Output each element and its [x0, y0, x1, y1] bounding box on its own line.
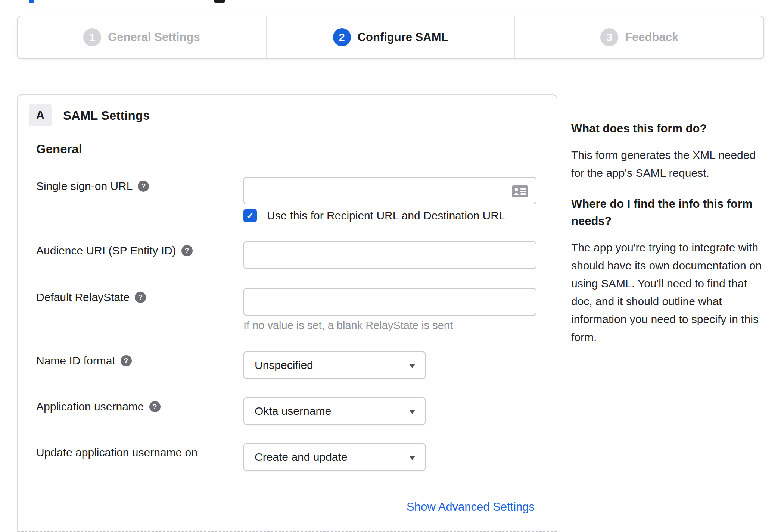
sidebar-paragraph-what: This form generates the XML needed for t…	[571, 146, 768, 182]
label-text: Single sign-on URL	[36, 180, 133, 193]
label-text: Update application username on	[36, 446, 197, 459]
help-icon[interactable]: ?	[149, 401, 161, 412]
relay-state-input[interactable]	[243, 288, 536, 316]
update-username-select[interactable]: Create and update	[243, 443, 426, 471]
relay-state-label: Default RelayState ?	[36, 291, 146, 304]
contact-card-icon	[512, 185, 528, 197]
audience-uri-label: Audience URI (SP Entity ID) ?	[36, 244, 193, 257]
recipient-url-checkbox[interactable]: ✓	[243, 209, 257, 222]
step-number-badge: 1	[83, 28, 101, 46]
recipient-url-checkbox-label: Use this for Recipient URL and Destinati…	[267, 209, 505, 222]
label-text: Application username	[36, 400, 144, 413]
step-feedback[interactable]: 3 Feedback	[514, 16, 763, 58]
step-label: General Settings	[108, 31, 200, 44]
chevron-down-icon	[409, 410, 415, 414]
help-icon[interactable]: ?	[181, 245, 193, 256]
label-text: Default RelayState	[36, 291, 130, 304]
step-number-badge: 3	[600, 28, 618, 46]
update-username-label: Update application username on	[36, 446, 197, 459]
label-text: Name ID format	[36, 354, 115, 367]
audience-uri-input[interactable]	[243, 241, 536, 269]
wizard-stepper: 1 General Settings 2 Configure SAML 3 Fe…	[17, 16, 764, 59]
help-icon[interactable]: ?	[121, 355, 132, 366]
step-number-badge: 2	[333, 28, 351, 46]
selected-value: Create and update	[255, 451, 348, 463]
application-username-select[interactable]: Okta username	[243, 397, 426, 425]
sidebar-paragraph-where: The app you're trying to integrate with …	[571, 239, 768, 346]
help-sidebar: What does this form do? This form genera…	[571, 120, 768, 346]
sso-url-label: Single sign-on URL ?	[36, 180, 149, 193]
group-title-general: General	[36, 142, 82, 156]
chevron-down-icon	[409, 456, 415, 460]
sso-url-input[interactable]	[243, 177, 536, 204]
selected-value: Unspecified	[255, 359, 313, 372]
selected-value: Okta username	[255, 405, 331, 417]
application-username-label: Application username ?	[36, 400, 161, 413]
chevron-down-icon	[409, 364, 415, 368]
saml-settings-panel: A SAML Settings General Single sign-on U…	[17, 94, 557, 532]
section-a-badge: A	[29, 104, 52, 126]
help-icon[interactable]: ?	[135, 292, 146, 303]
sidebar-heading-what: What does this form do?	[571, 120, 768, 137]
name-id-format-label: Name ID format ?	[36, 354, 132, 367]
step-configure-saml[interactable]: 2 Configure SAML	[266, 16, 515, 58]
show-advanced-settings-link[interactable]: Show Advanced Settings	[407, 500, 535, 514]
step-label: Feedback	[625, 31, 678, 44]
name-id-format-select[interactable]: Unspecified	[243, 351, 426, 379]
sidebar-heading-where: Where do I find the info this form needs…	[571, 195, 768, 230]
relay-state-hint: If no value is set, a blank RelayState i…	[243, 319, 453, 332]
help-icon[interactable]: ?	[138, 181, 149, 192]
cropped-icon-fragment	[214, 0, 225, 3]
label-text: Audience URI (SP Entity ID)	[36, 244, 176, 257]
step-general-settings[interactable]: 1 General Settings	[18, 16, 266, 58]
step-label: Configure SAML	[358, 31, 448, 44]
section-title: SAML Settings	[63, 109, 150, 123]
cropped-logo-fragment	[29, 0, 34, 3]
